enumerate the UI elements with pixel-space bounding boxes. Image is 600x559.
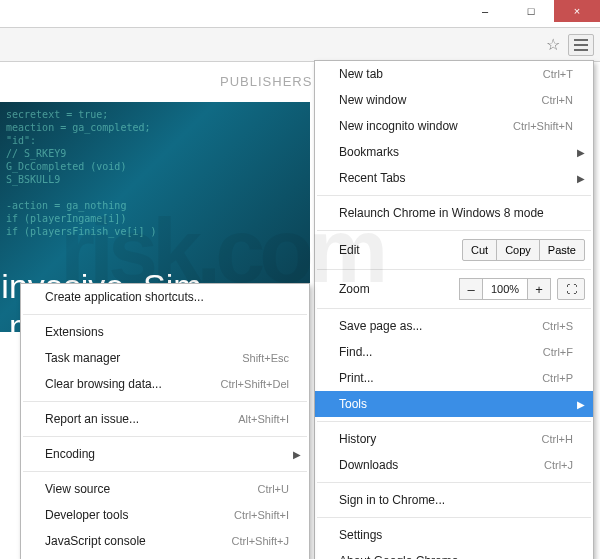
zoom-value: 100% [482,278,528,300]
chevron-right-icon: ▶ [577,173,585,184]
zoom-in-button[interactable]: + [527,278,551,300]
cut-button[interactable]: Cut [462,239,497,261]
menu-zoom-row: Zoom – 100% + ⛶ [315,274,593,304]
copy-button[interactable]: Copy [496,239,540,261]
submenu-report-issue[interactable]: Report an issue...Alt+Shift+I [21,406,309,432]
menu-sign-in[interactable]: Sign in to Chrome... [315,487,593,513]
bookmark-star-icon[interactable]: ☆ [546,35,560,54]
edit-label: Edit [339,243,462,257]
publishers-label: PUBLISHERS [220,74,312,89]
menu-find[interactable]: Find...Ctrl+F [315,339,593,365]
menu-downloads[interactable]: DownloadsCtrl+J [315,452,593,478]
submenu-extensions[interactable]: Extensions [21,319,309,345]
menu-about[interactable]: About Google Chrome [315,548,593,559]
hero-code-text: secretext = true; meaction = ga_complete… [6,108,304,238]
menu-separator [317,269,591,270]
chevron-right-icon: ▶ [577,147,585,158]
chevron-right-icon: ▶ [293,449,301,460]
window-minimize-button[interactable]: – [462,0,508,22]
menu-new-incognito[interactable]: New incognito windowCtrl+Shift+N [315,113,593,139]
menu-settings[interactable]: Settings [315,522,593,548]
menu-separator [23,471,307,472]
tools-submenu: Create application shortcuts... Extensio… [20,283,310,559]
menu-relaunch-win8[interactable]: Relaunch Chrome in Windows 8 mode [315,200,593,226]
menu-separator [317,421,591,422]
menu-separator [317,230,591,231]
menu-print[interactable]: Print...Ctrl+P [315,365,593,391]
menu-separator [23,436,307,437]
paste-button[interactable]: Paste [539,239,585,261]
submenu-create-shortcuts[interactable]: Create application shortcuts... [21,284,309,310]
window-maximize-button[interactable]: □ [508,0,554,22]
menu-new-window[interactable]: New windowCtrl+N [315,87,593,113]
menu-tools[interactable]: Tools▶ [315,391,593,417]
menu-edit-row: Edit Cut Copy Paste [315,235,593,265]
submenu-inspect-devices[interactable]: Inspect devices [21,554,309,559]
chrome-menu-button[interactable] [568,34,594,56]
menu-separator [317,308,591,309]
menu-new-tab[interactable]: New tabCtrl+T [315,61,593,87]
submenu-encoding[interactable]: Encoding▶ [21,441,309,467]
submenu-view-source[interactable]: View sourceCtrl+U [21,476,309,502]
browser-toolbar: ☆ [0,28,600,62]
chrome-main-menu: New tabCtrl+T New windowCtrl+N New incog… [314,60,594,559]
zoom-label: Zoom [339,282,460,296]
menu-separator [23,401,307,402]
chevron-right-icon: ▶ [577,399,585,410]
menu-bookmarks[interactable]: Bookmarks▶ [315,139,593,165]
menu-separator [317,195,591,196]
submenu-clear-browsing-data[interactable]: Clear browsing data...Ctrl+Shift+Del [21,371,309,397]
submenu-javascript-console[interactable]: JavaScript consoleCtrl+Shift+J [21,528,309,554]
window-close-button[interactable]: × [554,0,600,22]
menu-history[interactable]: HistoryCtrl+H [315,426,593,452]
window-titlebar: – □ × [0,0,600,28]
fullscreen-button[interactable]: ⛶ [557,278,585,300]
menu-recent-tabs[interactable]: Recent Tabs▶ [315,165,593,191]
submenu-developer-tools[interactable]: Developer toolsCtrl+Shift+I [21,502,309,528]
submenu-task-manager[interactable]: Task managerShift+Esc [21,345,309,371]
menu-separator [317,482,591,483]
menu-save-page[interactable]: Save page as...Ctrl+S [315,313,593,339]
menu-separator [23,314,307,315]
zoom-out-button[interactable]: – [459,278,483,300]
menu-separator [317,517,591,518]
